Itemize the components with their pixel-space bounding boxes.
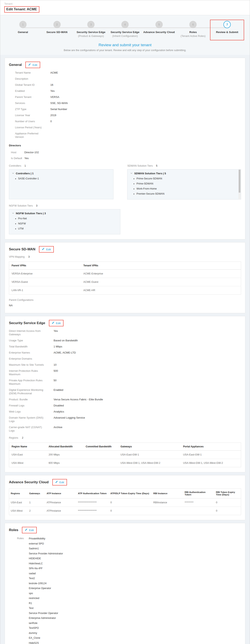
secure-sdwan-edit-button[interactable]: Edit <box>39 246 54 252</box>
wizard-stepper-band: 1 General 2 Secure SD-WAN 3 Security Ser… <box>0 15 250 42</box>
field-value: Versa Secure Access Fabric - Elite Bundl… <box>48 398 103 401</box>
review-intro: Review and submit your tenant Below are … <box>0 42 250 55</box>
field-label: Total Bandwidth <box>9 345 48 348</box>
wizard-stepper: 1 General 2 Secure SD-WAN 3 Security Ser… <box>6 20 244 40</box>
field-label: Web Logs <box>9 410 48 413</box>
step-sse-inherit-configuration[interactable]: 4 Security Service Edge (Inherit Configu… <box>108 20 142 40</box>
page-header: Tenant Edit Tenant: ACME <box>0 0 250 15</box>
rbi-expiry-cell: 0 <box>214 507 241 515</box>
vpn-mapping-label: VPN Mapping3 <box>9 256 241 258</box>
step-circle: 4 <box>121 21 129 28</box>
roles-list: PrivateMobilityexternal SPOSadmin1Servic… <box>29 536 63 644</box>
field-value: 2019 <box>45 114 56 117</box>
field-label: Firewall Logs <box>9 404 48 407</box>
field-label: Enterprise Domains <box>9 357 48 360</box>
controllers-box: Controllers | 1 SASE-Controller-1 <box>9 169 113 199</box>
field-row: License Period (Years) <box>15 126 241 129</box>
field-value: Advanced Logging Service <box>48 416 85 423</box>
regions-cell: USA-West <box>9 507 28 515</box>
is-default-label: Is Default <box>11 156 24 160</box>
region-name-cell: USA-East <box>9 450 46 459</box>
parent-vpn-cell: VERSA-Guest <box>9 278 81 286</box>
field-label: Enabled <box>15 89 45 93</box>
general-edit-button[interactable]: Edit <box>25 62 40 68</box>
field-value: Archive <box>48 426 62 432</box>
chevron-down-icon[interactable] <box>12 212 14 215</box>
directors-heading: Directors <box>9 144 241 147</box>
table-row: LAN-VR-1 ACME-HR <box>9 286 241 294</box>
atp-auth-token-cell: ******************* <box>76 507 109 515</box>
edit-button-label: Edit <box>33 64 37 66</box>
chevron-down-icon[interactable] <box>12 172 14 175</box>
asc-edit-button[interactable]: Edit <box>52 479 67 486</box>
gateways-cell: 2 <box>28 507 45 515</box>
committed-bandwidth-cell <box>83 459 118 467</box>
field-label: Carrier-grade NAT (CGNAT) Logs <box>9 426 48 432</box>
step-sublabel: (Inherit Configuration) <box>112 34 138 38</box>
director-default-row: Is Default Yes <box>9 156 241 160</box>
step-secure-sdwan[interactable]: 2 Secure SD-WAN <box>40 20 74 40</box>
field-value <box>48 357 54 360</box>
sdwan-tiers-box: SDWAN Solution Tiers | 5 Prime-Secure-SD… <box>127 169 241 200</box>
ngfw-tiers-box-title[interactable]: NGFW Solution Tiers | 3 <box>12 212 117 215</box>
scrollbar-thumb[interactable] <box>239 170 240 192</box>
role-item: external SPO <box>29 541 63 546</box>
edit-pencil-icon <box>28 63 31 67</box>
sdwan-tiers-block: SDWAN Solution Tiers5 SDWAN Solution Tie… <box>127 164 241 200</box>
step-review-submit[interactable]: 7 Review & Submit <box>210 20 244 40</box>
step-roles[interactable]: 6 Roles (Tenant Active Roles) <box>176 20 210 40</box>
field-row: Tenant Name ACME <box>15 71 241 74</box>
controllers-box-title[interactable]: Controllers | 1 <box>12 172 110 175</box>
column-header: Gateways <box>28 488 45 498</box>
step-advance-security-cloud[interactable]: 5 Advance Security Cloud <box>142 20 176 40</box>
step-circle: 5 <box>155 21 163 28</box>
controllers-label: Controllers1 <box>9 164 113 167</box>
general-fields: Tenant Name ACME Description Global Tena… <box>9 71 241 139</box>
sdwan-tiers-count: 5 <box>156 164 157 167</box>
step-general[interactable]: 1 General <box>6 20 40 40</box>
field-row: Digital Experience Monitoring (DEM) Prof… <box>9 388 241 395</box>
table-row: VERSA-Enterprise ACME-Enterprise <box>9 270 241 278</box>
parent-configurations-label: Parent Configurations <box>9 298 241 302</box>
field-label: Tenant Name <box>15 71 45 74</box>
role-item: SPA-No-IPF <box>29 566 63 571</box>
roles-edit-button[interactable]: Edit <box>22 527 37 533</box>
review-title: Review and submit your tenant <box>0 43 250 47</box>
page-title: Edit Tenant: ACME <box>4 6 39 12</box>
role-item: dummy <box>29 630 63 636</box>
edit-pencil-icon <box>25 528 28 532</box>
sse-edit-button[interactable]: Edit <box>49 320 64 326</box>
field-value: 0 <box>45 120 52 123</box>
field-value: Yes <box>45 89 55 93</box>
edit-tenant-page: Tenant Edit Tenant: ACME 1 General 2 Sec… <box>0 0 250 644</box>
sse-fields: Direct Internet Access from Gateways Yes… <box>9 329 241 432</box>
column-header: Regions <box>9 488 28 498</box>
column-header: ATP Authentication Token <box>76 488 109 498</box>
list-item: Pro-Net <box>18 216 117 221</box>
director-host-row: Host Director-102 <box>9 150 241 154</box>
gateways-cell: USA-East-GW-1 <box>118 450 181 459</box>
role-item: restricted <box>29 596 63 601</box>
host-value: Director-102 <box>24 150 39 154</box>
step-sublabel: (Tenant Active Roles) <box>181 34 205 38</box>
roles-row: Roles PrivateMobilityexternal SPOSadmin1… <box>9 536 241 644</box>
field-value: Enabled <box>48 388 63 395</box>
field-value: Yes <box>48 329 58 336</box>
chevron-down-icon[interactable] <box>130 172 133 175</box>
atp-instance-cell: ATPInstance <box>45 507 76 515</box>
column-header: RBI Instance <box>152 488 183 498</box>
step-circle: 3 <box>87 21 95 28</box>
step-sse-product-gateways[interactable]: 3 Security Service Edge (Product & Gatew… <box>74 20 108 40</box>
sdwan-tiers-box-title[interactable]: SDWAN Solution Tiers | 5 <box>130 172 238 175</box>
regions-label: Regions2 <box>9 436 241 439</box>
atp-dlp-expiry-cell: 0 <box>109 498 152 507</box>
ngfw-tiers-list: Pro-NetNGFWUTM <box>18 216 117 231</box>
scrollbar[interactable] <box>238 170 241 199</box>
role-item: Test2 <box>29 576 63 581</box>
field-row: Internet Protection Rules Maximum 500 <box>9 369 241 376</box>
step-label: Security Service Edge <box>77 30 105 34</box>
edit-pencil-icon <box>55 480 58 484</box>
committed-bandwidth-cell <box>83 450 118 459</box>
table-row: VERSA-Guest ACME-Guest <box>9 278 241 286</box>
rbi-auth-token-cell <box>183 507 214 515</box>
